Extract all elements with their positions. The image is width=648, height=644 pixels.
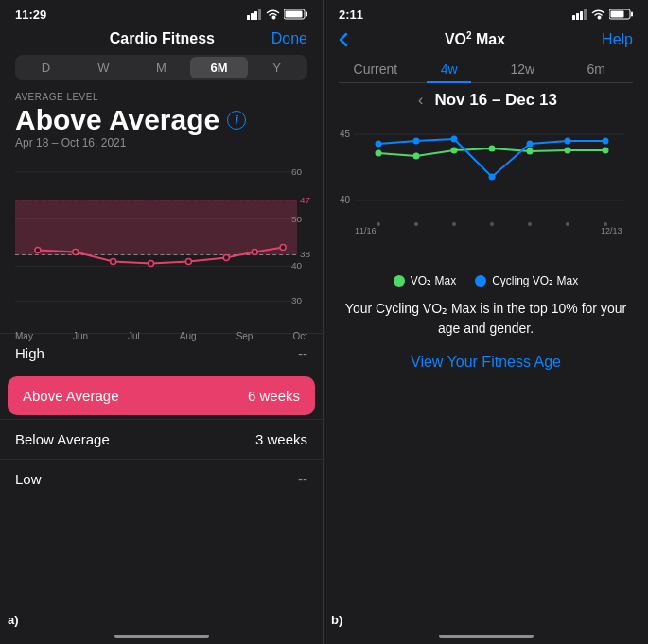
category-below-average[interactable]: Below Average 3 weeks (0, 419, 323, 459)
x-label-may: May (15, 331, 33, 341)
svg-rect-28 (572, 15, 575, 20)
svg-point-61 (603, 138, 609, 145)
tab-12w[interactable]: 12w (486, 56, 560, 82)
status-bar-right: 2:11 (324, 0, 648, 26)
svg-point-58 (489, 174, 496, 181)
svg-text:38: 38 (300, 249, 311, 259)
svg-point-23 (149, 260, 154, 266)
svg-point-22 (111, 258, 116, 264)
svg-rect-31 (584, 9, 587, 20)
battery-icon (284, 9, 307, 20)
category-above-average[interactable]: Above Average 6 weeks (8, 376, 315, 415)
svg-text:40: 40 (291, 260, 303, 270)
right-panel: 2:11 VO2 Ma (324, 0, 648, 644)
time-left: 11:29 (15, 8, 46, 22)
x-label-jun: Jun (73, 331, 88, 341)
svg-point-20 (35, 247, 41, 252)
svg-rect-29 (576, 13, 579, 20)
chart-legend: VO₂ Max Cycling VO₂ Max (324, 267, 648, 299)
svg-point-24 (185, 258, 191, 264)
time-btn-y[interactable]: Y (248, 57, 306, 78)
tab-6m[interactable]: 6m (559, 56, 633, 82)
average-label: AVERAGE LEVEL (0, 92, 323, 104)
legend-dot-green (394, 275, 405, 287)
svg-point-53 (565, 148, 571, 154)
status-icons-left (247, 9, 307, 20)
legend-cycling-vo2max: Cycling VO₂ Max (475, 274, 578, 287)
signal-icon-right (572, 9, 587, 20)
vo2-chart-svg: 45 40 11/16 12/13 (331, 115, 640, 267)
svg-point-55 (376, 141, 382, 148)
time-selector: D W M 6M Y (15, 55, 307, 80)
svg-point-26 (252, 249, 257, 254)
cardio-chart: 60 50 40 30 47 38 (0, 155, 323, 325)
cardio-chart-svg: 60 50 40 30 47 38 (0, 155, 323, 325)
info-icon[interactable]: i (227, 111, 246, 130)
panel-label-right: b) (331, 613, 342, 627)
time-btn-6m[interactable]: 6M (190, 57, 248, 78)
done-button[interactable]: Done (271, 30, 307, 47)
svg-rect-33 (631, 12, 633, 17)
svg-point-44 (490, 222, 494, 226)
svg-point-47 (604, 222, 607, 226)
svg-rect-6 (286, 11, 303, 18)
svg-point-21 (73, 249, 79, 254)
tab-4w[interactable]: 4w (412, 56, 486, 82)
nav-bar-left: Cardio Fitness Done (0, 26, 323, 55)
nav-bar-right: VO2 Max Help (324, 26, 648, 56)
svg-point-60 (565, 138, 571, 145)
page-title-right: VO2 Max (445, 30, 505, 48)
svg-rect-5 (306, 12, 307, 17)
svg-point-42 (414, 222, 418, 226)
svg-point-57 (451, 136, 458, 143)
legend-dot-blue (475, 275, 486, 287)
svg-point-48 (376, 150, 382, 157)
wifi-icon (266, 9, 280, 20)
average-value: Above Average i (0, 104, 323, 136)
status-icons-right (572, 9, 633, 20)
svg-point-59 (527, 141, 534, 148)
svg-point-50 (451, 148, 458, 154)
wifi-icon-right (591, 9, 605, 20)
date-range-left: Apr 18 – Oct 16, 2021 (0, 136, 323, 155)
svg-point-45 (528, 222, 532, 226)
time-btn-m[interactable]: M (132, 57, 190, 78)
home-indicator-right (439, 635, 534, 638)
x-label-aug: Aug (180, 331, 197, 341)
svg-point-54 (603, 148, 609, 154)
x-label-oct: Oct (292, 331, 307, 341)
time-btn-w[interactable]: W (75, 57, 132, 78)
svg-point-27 (280, 244, 286, 250)
back-button[interactable] (339, 32, 348, 47)
svg-rect-0 (247, 15, 250, 20)
svg-point-43 (452, 222, 456, 226)
tab-current[interactable]: Current (339, 56, 412, 82)
home-indicator-left (114, 635, 209, 638)
fitness-age-link[interactable]: View Your Fitness Age (324, 350, 648, 374)
svg-text:12/13: 12/13 (601, 226, 622, 235)
legend-label-vo2max: VO₂ Max (411, 274, 456, 287)
svg-rect-30 (580, 11, 583, 20)
status-bar-left: 11:29 (0, 0, 323, 26)
time-btn-d[interactable]: D (17, 57, 75, 78)
svg-rect-1 (251, 13, 254, 20)
signal-icon (247, 9, 262, 20)
svg-point-49 (413, 153, 420, 160)
help-button[interactable]: Help (602, 31, 633, 48)
date-range-right: Nov 16 – Dec 13 (434, 91, 556, 110)
svg-text:45: 45 (340, 129, 351, 139)
svg-text:60: 60 (291, 166, 303, 177)
svg-text:11/16: 11/16 (355, 226, 377, 235)
svg-point-41 (377, 222, 380, 226)
category-low[interactable]: Low -- (0, 459, 323, 498)
svg-point-51 (489, 146, 496, 152)
legend-vo2max: VO₂ Max (394, 274, 456, 287)
svg-rect-2 (254, 11, 257, 20)
legend-label-cycling: Cycling VO₂ Max (492, 274, 578, 287)
svg-marker-17 (15, 200, 297, 255)
prev-date-button[interactable]: ‹ (414, 92, 427, 109)
svg-rect-34 (611, 11, 624, 18)
vo2-chart: 45 40 11/16 12/13 (331, 115, 640, 267)
svg-point-25 (223, 254, 229, 260)
category-list: High -- Above Average 6 weeks Below Aver… (0, 333, 323, 498)
